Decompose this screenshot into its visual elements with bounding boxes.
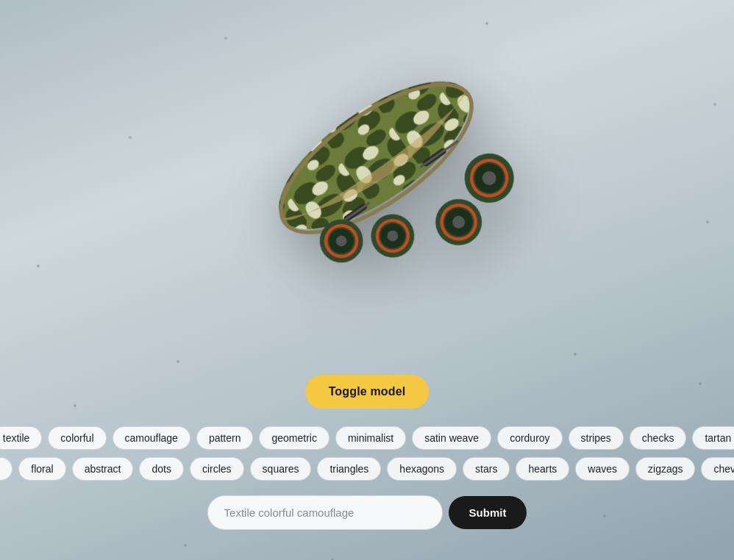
- tag-chip[interactable]: corduroy: [497, 426, 562, 450]
- tag-chip[interactable]: camouflage: [113, 426, 190, 450]
- tag-chip[interactable]: stars: [463, 457, 510, 481]
- decorative-dot: [603, 514, 606, 517]
- tag-chip[interactable]: squares: [250, 457, 312, 481]
- tag-chip[interactable]: geometric: [259, 426, 329, 450]
- tag-chip[interactable]: abstract: [72, 457, 134, 481]
- tag-chip[interactable]: zigzags: [635, 457, 695, 481]
- decorative-dot: [699, 382, 702, 385]
- tag-chip[interactable]: checks: [630, 426, 687, 450]
- tags-row-2: plaidfloralabstractdotscirclessquarestri…: [0, 457, 734, 481]
- tag-chip[interactable]: plaid: [0, 457, 13, 481]
- submit-button[interactable]: Submit: [449, 496, 527, 529]
- tag-chip[interactable]: waves: [575, 457, 630, 481]
- tag-chip[interactable]: dots: [139, 457, 183, 481]
- tag-chip[interactable]: minimalist: [335, 426, 406, 450]
- tag-chip[interactable]: colorful: [48, 426, 106, 450]
- tag-chip[interactable]: stripes: [569, 426, 624, 450]
- tags-row-1: textilecolorfulcamouflagepatterngeometri…: [0, 426, 734, 450]
- decorative-dot: [184, 544, 187, 547]
- prompt-input[interactable]: [207, 495, 443, 530]
- tag-chip[interactable]: satin weave: [412, 426, 491, 450]
- toggle-model-button[interactable]: Toggle model: [305, 375, 430, 409]
- tag-chip[interactable]: chevrons: [701, 457, 734, 481]
- tag-chip[interactable]: floral: [18, 457, 65, 481]
- input-row: Submit: [207, 495, 527, 530]
- tag-chip[interactable]: pattern: [196, 426, 254, 450]
- tag-chip[interactable]: hexagons: [387, 457, 457, 481]
- tag-chip[interactable]: tartan: [692, 426, 734, 450]
- tag-chip[interactable]: hearts: [516, 457, 569, 481]
- skateboard-area: [0, 0, 734, 375]
- decorative-dot: [74, 404, 76, 407]
- tags-section: textilecolorfulcamouflagepatterngeometri…: [0, 426, 734, 481]
- skateboard-3d: [176, 0, 586, 370]
- tag-chip[interactable]: textile: [0, 426, 42, 450]
- tag-chip[interactable]: triangles: [317, 457, 381, 481]
- tag-chip[interactable]: circles: [190, 457, 244, 481]
